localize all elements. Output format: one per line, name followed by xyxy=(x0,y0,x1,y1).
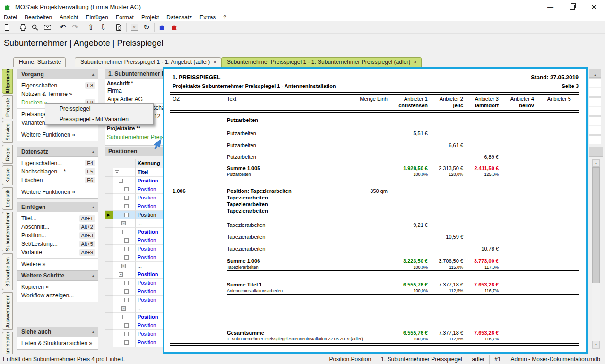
col-header-anbieter2: Anbieter 2 xyxy=(425,96,463,102)
node-icon[interactable] xyxy=(124,323,129,328)
scroll-down-icon[interactable]: ▼ xyxy=(592,341,600,348)
node-icon[interactable] xyxy=(124,247,129,251)
node-icon[interactable] xyxy=(124,255,129,260)
node-icon[interactable] xyxy=(124,196,129,200)
sidebar-item-notizen-termine[interactable]: Notizen & Termine » xyxy=(17,90,98,98)
expand-icon[interactable] xyxy=(115,170,119,174)
more-icon[interactable] xyxy=(121,221,126,225)
more-icon[interactable] xyxy=(121,306,126,311)
sidebar-item-nachschlagen[interactable]: Nachschlagen... *F5 xyxy=(17,167,98,176)
menu-hilfe[interactable]: ? xyxy=(219,14,230,21)
menu-format[interactable]: Format xyxy=(112,14,138,21)
node-icon[interactable] xyxy=(124,340,129,345)
new-document-icon[interactable] xyxy=(1,22,13,33)
scroll-up-icon[interactable]: ▲ xyxy=(592,159,600,167)
sidebar-item-titel[interactable]: Titel...Alt+1 xyxy=(17,214,98,223)
sidebar-item-position[interactable]: Position...Alt+3 xyxy=(17,231,98,240)
right-panel-header xyxy=(589,147,603,157)
section-vorgang-header[interactable]: Vorgang xyxy=(17,69,98,79)
expand-icon[interactable] xyxy=(119,179,123,183)
right-cell xyxy=(589,88,601,97)
node-icon[interactable] xyxy=(124,298,129,302)
col-header-anbieter1: Anbieter 1 xyxy=(390,96,428,102)
rail-tab-bueroarbeiten[interactable]: Büroarbeiten xyxy=(2,253,13,290)
sidebar-item-kopieren[interactable]: Kopieren » xyxy=(17,283,98,291)
undo-icon[interactable]: ↶ xyxy=(57,22,69,33)
sidebar-item-weitere-funktionen[interactable]: Weitere Funktionen » xyxy=(17,130,98,139)
node-icon[interactable] xyxy=(124,238,129,243)
divider xyxy=(227,270,579,271)
tab-angebot[interactable]: Subunternehmer Preisspiegel 1 - 1. Angeb… xyxy=(75,57,221,67)
node-icon[interactable] xyxy=(124,289,129,294)
email-icon[interactable] xyxy=(41,22,53,33)
expand-icon[interactable] xyxy=(119,272,123,277)
close-button[interactable]: ✕ xyxy=(583,0,605,14)
menu-item-preisspiegel-mit-varianten[interactable]: Preisspiegel - Mit Varianten xyxy=(45,114,153,124)
minimize-button[interactable]: — xyxy=(540,0,561,14)
tab-preisspiegel[interactable]: Subunternehmer Preisspiegel 1 - 1. Subun… xyxy=(221,57,422,67)
rail-tab-allgemein[interactable]: Allgemein xyxy=(2,69,13,94)
menu-datei[interactable]: Datei xyxy=(0,14,21,21)
move-down-icon[interactable]: ⇩ xyxy=(97,22,109,33)
sidebar-item-loeschen[interactable]: LöschenF6 xyxy=(17,176,98,184)
rail-tab-service[interactable]: Service xyxy=(2,121,13,143)
menu-item-preisspiegel[interactable]: Preisspiegel xyxy=(45,104,153,114)
sidebar-item-set-leistung[interactable]: Set/Leistung...Alt+5 xyxy=(17,240,98,248)
move-up-icon[interactable]: ⇧ xyxy=(85,22,97,33)
right-column-header[interactable] xyxy=(589,69,601,78)
rail-tab-projekte[interactable]: Projekte xyxy=(2,95,13,119)
restore-button[interactable] xyxy=(562,0,583,14)
menu-einfuegen[interactable]: Einfügen xyxy=(82,14,112,21)
tab-close-icon[interactable]: × xyxy=(213,59,216,65)
menu-extras[interactable]: Extras xyxy=(196,14,219,21)
menu-ansicht[interactable]: Ansicht xyxy=(56,14,82,21)
rail-tab-logistik[interactable]: Logistik xyxy=(2,187,13,210)
sidebar-item-eigenschaften[interactable]: Eigenschaften...F8 xyxy=(17,81,98,90)
node-icon[interactable] xyxy=(124,204,129,208)
sidebar-item-abschnitt[interactable]: Abschnitt...Alt+2 xyxy=(17,223,98,231)
tab-close-icon[interactable]: × xyxy=(414,59,416,65)
section-datensatz-header[interactable]: Datensatz xyxy=(17,147,98,157)
tab-home[interactable]: Home: Startseite xyxy=(13,57,66,67)
menu-projekt[interactable]: Projekt xyxy=(138,14,163,21)
sidebar-item-workflow-anzeigen[interactable]: Workflow anzeigen... xyxy=(17,291,98,300)
print-preview-icon[interactable] xyxy=(29,22,41,33)
menu-datensatz[interactable]: Datensatz xyxy=(163,14,196,21)
section-title: Weitere Schritte xyxy=(21,272,64,279)
node-icon[interactable] xyxy=(124,281,129,285)
expand-icon[interactable] xyxy=(119,230,123,234)
workflow-red-puzzle-icon[interactable] xyxy=(168,22,181,33)
scrollbar-thumb[interactable] xyxy=(592,167,600,283)
sidebar-item-weitere[interactable]: Weitere » xyxy=(17,260,98,269)
rail-tab-kasse[interactable]: Kasse xyxy=(2,165,13,185)
section-einfuegen-header[interactable]: Einfügen xyxy=(17,202,98,212)
expand-icon[interactable] xyxy=(119,315,123,319)
sidebar-item-eigenschaften-f4[interactable]: Eigenschaften...F4 xyxy=(17,159,98,167)
rail-tab-regie[interactable]: Regie xyxy=(2,145,13,164)
section-weitere-schritte-header[interactable]: Weitere Schritte xyxy=(17,271,98,281)
redo-icon[interactable]: ↷ xyxy=(69,22,81,33)
item-label: Drucken » xyxy=(21,99,47,106)
page-preview-icon[interactable] xyxy=(112,22,125,33)
cancel-icon[interactable]: ✕ xyxy=(128,22,140,33)
workflow-blue-puzzle-icon[interactable] xyxy=(156,22,168,33)
sidebar-item-listen-strukturansichten[interactable]: Listen & Strukturansichten » xyxy=(17,339,98,347)
node-icon[interactable] xyxy=(124,332,129,336)
node-icon[interactable] xyxy=(124,187,129,191)
shortcut-badge: F5 xyxy=(85,168,95,175)
sidebar-item-variante[interactable]: VarianteAlt+9 xyxy=(17,248,98,257)
menu-bearbeiten[interactable]: Bearbeiten xyxy=(21,14,56,21)
shortcut-badge: Alt+2 xyxy=(79,224,95,230)
more-icon[interactable] xyxy=(121,264,126,268)
node-icon[interactable] xyxy=(124,213,129,217)
vertical-scrollbar[interactable]: ▲ ▼ xyxy=(592,159,600,349)
refresh-icon[interactable]: ↻ xyxy=(140,22,153,33)
projektakte-label: Projektakte ** xyxy=(107,125,140,131)
section-siehe-auch-header[interactable]: Siehe auch xyxy=(17,327,98,337)
rail-tab-auswertungen[interactable]: Auswertungen xyxy=(2,292,13,330)
sidebar-item-weitere-funktionen-2[interactable]: Weitere Funktionen » xyxy=(17,188,98,196)
print-icon[interactable] xyxy=(17,22,29,33)
collapse-icon xyxy=(91,274,95,278)
rail-tab-subunternehmer[interactable]: Subunternehmer xyxy=(2,212,13,251)
item-label: Eigenschaften... xyxy=(21,160,62,166)
